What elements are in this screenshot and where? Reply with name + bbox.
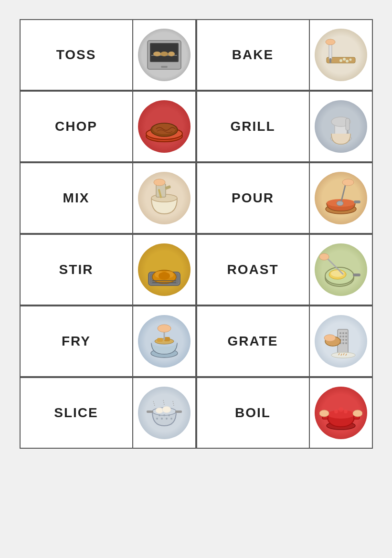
- image-mix: [133, 163, 195, 233]
- icon-grill: [315, 100, 367, 153]
- card-grill: GRILL: [196, 91, 373, 162]
- image-roast: [310, 235, 372, 305]
- svg-point-34: [337, 201, 343, 206]
- icon-pour: [315, 172, 367, 224]
- image-toss: [133, 20, 195, 90]
- svg-point-87: [162, 406, 171, 413]
- label-boil: BOIL: [197, 378, 310, 448]
- svg-point-72: [324, 335, 336, 341]
- svg-point-84: [166, 418, 168, 420]
- card-roast: ROAST: [196, 234, 373, 305]
- label-stir: STIR: [21, 235, 133, 305]
- icon-roast: [315, 243, 367, 296]
- icon-chop: [138, 100, 191, 153]
- svg-point-86: [156, 408, 163, 413]
- card-toss: TOSS: [20, 19, 196, 91]
- label-grill: GRILL: [197, 92, 310, 161]
- svg-point-95: [334, 410, 338, 413]
- icon-mix: [138, 172, 191, 224]
- svg-rect-9: [329, 43, 332, 60]
- svg-point-82: [156, 418, 158, 420]
- icon-bake: [315, 29, 367, 81]
- svg-point-14: [346, 60, 349, 63]
- svg-point-67: [345, 339, 347, 341]
- label-slice: SLICE: [21, 378, 133, 448]
- svg-point-96: [339, 407, 343, 412]
- icon-slice: [138, 387, 191, 439]
- cooking-grid: TOSS: [20, 19, 373, 449]
- icon-stir: [138, 243, 191, 296]
- card-pour: POUR: [196, 162, 373, 234]
- svg-point-66: [342, 339, 344, 341]
- svg-point-11: [326, 39, 335, 45]
- image-chop: [133, 92, 195, 161]
- label-fry: FRY: [21, 306, 133, 376]
- svg-point-97: [344, 410, 348, 413]
- svg-point-85: [170, 418, 172, 420]
- svg-point-13: [343, 58, 346, 61]
- page: TOSS: [0, 0, 392, 558]
- svg-point-83: [161, 418, 163, 420]
- image-grill: [310, 92, 372, 161]
- card-stir: STIR: [20, 234, 196, 305]
- image-stir: [133, 235, 195, 305]
- card-boil: BOIL: [196, 377, 373, 449]
- svg-rect-7: [161, 66, 168, 68]
- svg-line-89: [163, 400, 164, 405]
- svg-point-29: [154, 179, 165, 186]
- image-boil: [310, 378, 372, 448]
- svg-point-15: [349, 59, 351, 61]
- svg-point-80: [163, 414, 165, 416]
- svg-rect-10: [329, 58, 331, 63]
- svg-point-81: [168, 414, 170, 416]
- svg-point-70: [345, 342, 347, 344]
- svg-point-69: [342, 342, 344, 344]
- label-pour: POUR: [197, 163, 310, 233]
- icon-toss: [138, 29, 191, 81]
- svg-rect-46: [353, 274, 360, 276]
- svg-point-4: [153, 52, 161, 56]
- svg-point-59: [339, 332, 341, 334]
- image-slice: [133, 378, 195, 448]
- svg-point-57: [158, 325, 171, 332]
- svg-rect-23: [346, 118, 350, 130]
- svg-rect-92: [175, 411, 182, 413]
- icon-grate: [315, 315, 367, 368]
- svg-point-6: [168, 52, 175, 56]
- card-chop: CHOP: [20, 91, 196, 162]
- card-mix: MIX: [20, 162, 196, 234]
- label-toss: TOSS: [21, 20, 133, 90]
- label-roast: ROAST: [197, 235, 310, 305]
- svg-point-61: [345, 332, 347, 334]
- svg-point-79: [159, 414, 160, 416]
- label-chop: CHOP: [21, 92, 133, 161]
- svg-point-35: [342, 179, 354, 186]
- svg-point-12: [339, 59, 342, 62]
- card-bake: BAKE: [196, 19, 373, 91]
- svg-point-64: [345, 336, 347, 337]
- svg-rect-91: [147, 411, 153, 413]
- label-bake: BAKE: [197, 20, 310, 90]
- icon-fry: [138, 315, 191, 368]
- svg-point-100: [319, 410, 329, 417]
- label-grate: GRATE: [197, 306, 310, 376]
- svg-point-63: [342, 336, 344, 337]
- image-bake: [310, 20, 372, 90]
- image-pour: [310, 163, 372, 233]
- card-fry: FRY: [20, 305, 196, 377]
- svg-point-50: [319, 253, 329, 260]
- svg-point-41: [159, 272, 170, 280]
- svg-point-5: [160, 52, 168, 56]
- card-grate: GRATE: [196, 305, 373, 377]
- svg-line-90: [173, 401, 174, 406]
- image-fry: [133, 306, 195, 376]
- image-grate: [310, 306, 372, 376]
- svg-point-62: [339, 336, 341, 337]
- svg-point-60: [342, 332, 344, 334]
- svg-point-101: [353, 410, 362, 417]
- svg-line-88: [153, 401, 155, 406]
- label-mix: MIX: [21, 163, 133, 233]
- card-slice: SLICE: [20, 377, 196, 449]
- svg-rect-54: [157, 338, 163, 342]
- svg-rect-55: [164, 337, 170, 341]
